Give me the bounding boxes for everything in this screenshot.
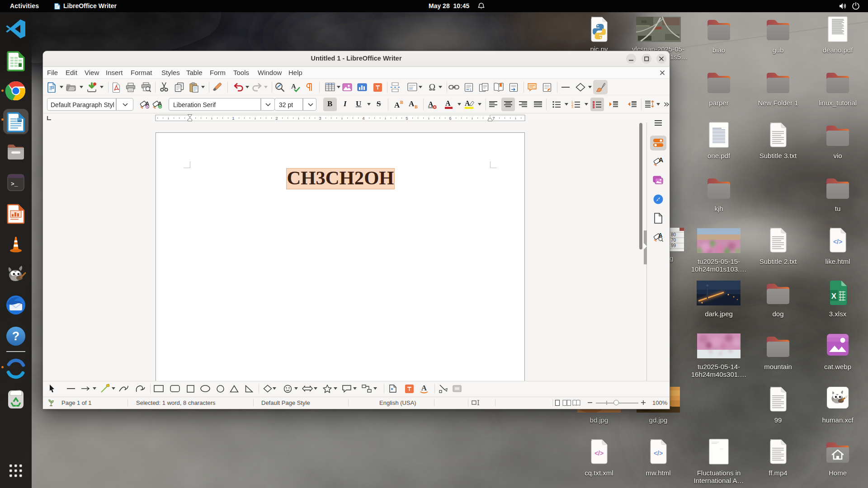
svg-text:99: 99	[671, 243, 676, 248]
svg-text:3.: 3.	[571, 105, 574, 108]
svg-text:A: A	[291, 83, 296, 90]
svg-text:>_: >_	[11, 181, 18, 188]
svg-text:7: 7	[492, 116, 495, 121]
svg-text:</>: </>	[654, 450, 663, 457]
svg-text:A: A	[445, 99, 451, 107]
svg-text:5: 5	[406, 116, 408, 121]
svg-text:A: A	[428, 100, 434, 108]
svg-text:A: A	[659, 156, 663, 164]
svg-text:1: 1	[470, 88, 472, 91]
svg-text:Ω: Ω	[429, 83, 436, 92]
svg-text:70: 70	[671, 238, 676, 243]
svg-text:A: A	[409, 100, 415, 108]
svg-text:1: 1	[232, 116, 234, 121]
svg-text:B: B	[400, 100, 403, 105]
svg-text:A: A	[421, 384, 427, 392]
svg-text:</>: </>	[833, 238, 842, 245]
svg-text:B: B	[415, 104, 418, 109]
svg-text:4: 4	[362, 116, 364, 121]
svg-text:2: 2	[275, 116, 278, 121]
svg-text:</>: </>	[594, 450, 604, 457]
svg-text:?: ?	[12, 329, 20, 343]
svg-text:X: X	[831, 292, 837, 300]
svg-text:6: 6	[449, 116, 451, 121]
svg-text:80: 80	[671, 232, 676, 237]
svg-text:3: 3	[319, 116, 321, 121]
svg-text:A: A	[394, 101, 400, 109]
